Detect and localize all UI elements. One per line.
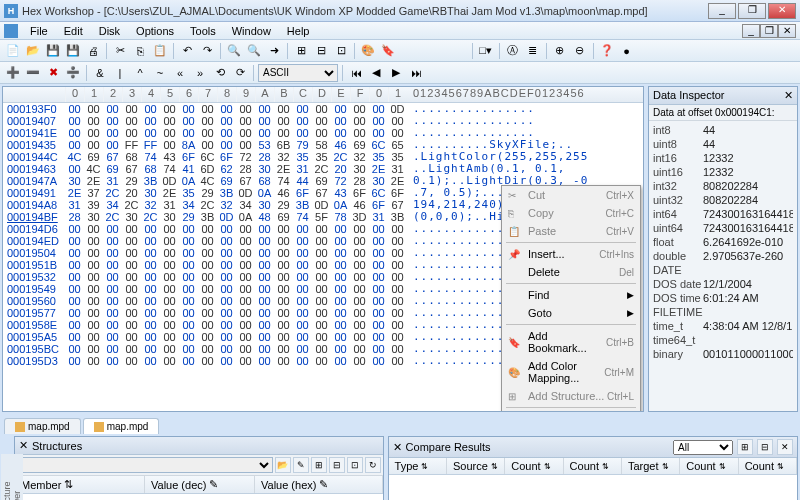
copy-button[interactable]: ⎘ <box>131 42 149 60</box>
bookmark-button[interactable]: 🔖 <box>379 42 397 60</box>
op-button[interactable]: ≣ <box>524 42 542 60</box>
s3-button[interactable]: ⊡ <box>347 457 363 473</box>
compare-header[interactable]: Source ⇅ <box>447 458 505 474</box>
cm-find[interactable]: Find▶ <box>502 286 640 304</box>
op-add[interactable]: ➕ <box>4 64 22 82</box>
menu-help[interactable]: Help <box>279 23 318 39</box>
window-title: Hex Workshop - [C:\Users\ZUL_AJMAL\Docum… <box>22 5 708 17</box>
c3-button[interactable]: ✕ <box>777 439 793 455</box>
s2-button[interactable]: ⊟ <box>329 457 345 473</box>
minimize-button[interactable]: _ <box>708 3 736 19</box>
cm-insert-[interactable]: 📌Insert...Ctrl+Ins <box>502 245 640 263</box>
redo-button[interactable]: ↷ <box>198 42 216 60</box>
compare-header[interactable]: Count ⇅ <box>680 458 738 474</box>
op-div[interactable]: ➗ <box>64 64 82 82</box>
cm-goto[interactable]: Goto▶ <box>502 304 640 322</box>
colormap-button[interactable]: 🎨 <box>359 42 377 60</box>
compare-header[interactable]: Count ⇅ <box>505 458 563 474</box>
structures-select[interactable] <box>17 457 273 473</box>
inspector-title: Data Inspector <box>653 89 725 102</box>
op-or[interactable]: | <box>111 64 129 82</box>
op-and[interactable]: & <box>91 64 109 82</box>
save-button[interactable]: 💾 <box>44 42 62 60</box>
find-button[interactable]: 🔍 <box>225 42 243 60</box>
menu-edit[interactable]: Edit <box>56 23 91 39</box>
undo-button[interactable]: ↶ <box>178 42 196 60</box>
charset-button[interactable]: Ⓐ <box>504 42 522 60</box>
child-close[interactable]: ✕ <box>778 24 796 38</box>
base-button[interactable]: □▾ <box>477 42 495 60</box>
file-tab[interactable]: map.mpd <box>4 418 81 434</box>
menu-file[interactable]: File <box>22 23 56 39</box>
goto-button[interactable]: ➜ <box>265 42 283 60</box>
compare-header[interactable]: Count ⇅ <box>739 458 797 474</box>
cm-add-bookmark-[interactable]: 🔖Add Bookmark...Ctrl+B <box>502 327 640 357</box>
encoding-select[interactable]: ASCII <box>258 64 338 82</box>
hex-editor[interactable]: 0123456789ABCDEF01 0123456789ABCDEF01234… <box>2 86 644 412</box>
c1-button[interactable]: ⊞ <box>737 439 753 455</box>
open-struct-button[interactable]: 📂 <box>275 457 291 473</box>
op-sub[interactable]: ➖ <box>24 64 42 82</box>
replace-button[interactable]: 🔍 <box>245 42 263 60</box>
op-ror[interactable]: ⟳ <box>231 64 249 82</box>
hex-row[interactable]: 0001940700000000000000000000000000000000… <box>3 115 643 127</box>
edit-struct-button[interactable]: ✎ <box>293 457 309 473</box>
compare-filter[interactable]: All <box>673 440 733 455</box>
cm-add-color-mapping-[interactable]: 🎨Add Color Mapping...Ctrl+M <box>502 357 640 387</box>
about-button[interactable]: ● <box>618 42 636 60</box>
cut-button[interactable]: ✂ <box>111 42 129 60</box>
inspector-close[interactable]: ✕ <box>784 89 793 102</box>
child-restore[interactable]: ❐ <box>760 24 778 38</box>
help-button[interactable]: ❓ <box>598 42 616 60</box>
c2-button[interactable]: ⊟ <box>757 439 773 455</box>
new-button[interactable]: 📄 <box>4 42 22 60</box>
menu-window[interactable]: Window <box>224 23 279 39</box>
op-shl[interactable]: « <box>171 64 189 82</box>
maximize-button[interactable]: ❐ <box>738 3 766 19</box>
close-icon[interactable]: ✕ <box>393 441 402 454</box>
inspector-DOS date: DOS date12/1/2004 <box>651 277 795 291</box>
file-tab[interactable]: map.mpd <box>83 418 160 434</box>
nav-last[interactable]: ⏭ <box>407 64 425 82</box>
compare-header[interactable]: Type ⇅ <box>389 458 447 474</box>
close-icon[interactable]: ✕ <box>19 439 28 452</box>
op-xor[interactable]: ^ <box>131 64 149 82</box>
tool3-button[interactable]: ⊡ <box>332 42 350 60</box>
hex-row[interactable]: 000193F000000000000000000000000000000000… <box>3 103 643 115</box>
open-button[interactable]: 📂 <box>24 42 42 60</box>
inspector-DOS time: DOS time6:01:24 AM <box>651 291 795 305</box>
menu-options[interactable]: Options <box>128 23 182 39</box>
misc2-button[interactable]: ⊖ <box>571 42 589 60</box>
print-button[interactable]: 🖨 <box>84 42 102 60</box>
menubar: FileEditDiskOptionsToolsWindowHelp _ ❐ ✕ <box>0 22 800 40</box>
child-minimize[interactable]: _ <box>742 24 760 38</box>
inspector-uint64: uint647243001631644180 <box>651 221 795 235</box>
menu-tools[interactable]: Tools <box>182 23 224 39</box>
compare-header[interactable]: Target ⇅ <box>622 458 680 474</box>
inspector-uint16: uint1612332 <box>651 165 795 179</box>
edit-icon[interactable]: ✎ <box>209 478 218 491</box>
nav-first[interactable]: ⏮ <box>347 64 365 82</box>
sort-icon[interactable]: ⇅ <box>64 478 73 491</box>
nav-next[interactable]: ▶ <box>387 64 405 82</box>
close-button[interactable]: ✕ <box>768 3 796 19</box>
tool2-button[interactable]: ⊟ <box>312 42 330 60</box>
nav-prev[interactable]: ◀ <box>367 64 385 82</box>
op-not[interactable]: ~ <box>151 64 169 82</box>
s1-button[interactable]: ⊞ <box>311 457 327 473</box>
cm-delete[interactable]: DeleteDel <box>502 263 640 281</box>
edit-icon[interactable]: ✎ <box>319 478 328 491</box>
op-rol[interactable]: ⟲ <box>211 64 229 82</box>
saveall-button[interactable]: 💾 <box>64 42 82 60</box>
compare-header[interactable]: Count ⇅ <box>564 458 622 474</box>
misc1-button[interactable]: ⊕ <box>551 42 569 60</box>
paste-button[interactable]: 📋 <box>151 42 169 60</box>
cm-properties-[interactable]: Properties...Alt+Enter <box>502 410 640 412</box>
tool1-button[interactable]: ⊞ <box>292 42 310 60</box>
inspector-time64_t: time64_t <box>651 333 795 347</box>
menu-disk[interactable]: Disk <box>91 23 128 39</box>
op-shr[interactable]: » <box>191 64 209 82</box>
s4-button[interactable]: ↻ <box>365 457 381 473</box>
op-mul[interactable]: ✖ <box>44 64 62 82</box>
toolbar-primary: 📄 📂 💾 💾 🖨 ✂ ⎘ 📋 ↶ ↷ 🔍 🔍 ➜ ⊞ ⊟ ⊡ 🎨 🔖 □▾ Ⓐ… <box>0 40 800 62</box>
